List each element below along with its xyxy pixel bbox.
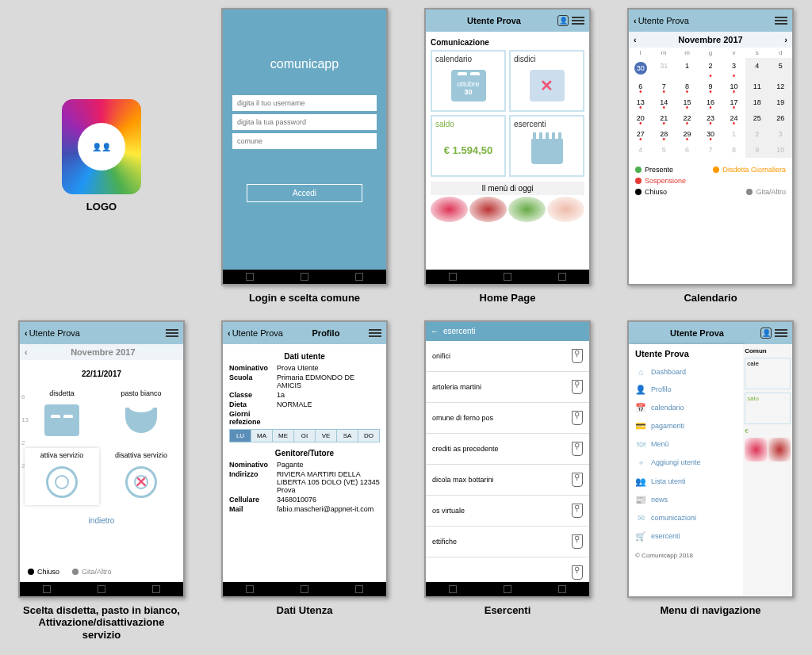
- nav-item-menù[interactable]: 🍽Menù: [635, 435, 737, 453]
- calendar-day[interactable]: 24: [722, 110, 745, 126]
- calendar-day[interactable]: 16: [699, 94, 722, 110]
- esercente-item[interactable]: artoleria martini: [426, 372, 589, 403]
- calendar-day[interactable]: 2: [699, 58, 722, 79]
- nav-item-aggiungi-utente[interactable]: ＋Aggiungi utente: [635, 453, 737, 473]
- calendar-day[interactable]: 4: [745, 58, 768, 79]
- esercente-item[interactable]: crediti as precedente: [426, 434, 589, 465]
- prev-month-button[interactable]: ‹: [25, 347, 28, 357]
- day-ve[interactable]: VE: [316, 430, 337, 442]
- menu-icon[interactable]: [369, 329, 381, 337]
- esercente-item[interactable]: onifici: [426, 341, 589, 372]
- calendar-day[interactable]: 11: [745, 79, 768, 94]
- calendar-day[interactable]: 1: [676, 58, 699, 79]
- calendar-day[interactable]: 3: [722, 58, 745, 79]
- menu-icon[interactable]: [775, 17, 787, 25]
- map-icon[interactable]: [572, 380, 583, 394]
- back-button[interactable]: Utente Prova: [25, 328, 80, 338]
- calendar-day[interactable]: 25: [745, 110, 768, 126]
- esercente-item[interactable]: os virtuale: [426, 496, 589, 527]
- tile-disdici[interactable]: disdici: [509, 50, 584, 112]
- tile-disattiva-servizio[interactable]: disattiva servizio: [104, 448, 178, 505]
- map-icon[interactable]: [572, 504, 583, 518]
- nav-item-profilo[interactable]: 👤Profilo: [635, 381, 737, 399]
- calendar-day[interactable]: 2: [745, 126, 768, 142]
- calendar-day[interactable]: 13: [629, 94, 652, 110]
- calendar-day[interactable]: 19: [769, 94, 792, 110]
- calendar-day[interactable]: 1: [722, 126, 745, 142]
- tile-saldo[interactable]: saldo € 1.594,50: [431, 115, 506, 177]
- tile-attiva-servizio[interactable]: attiva servizio: [25, 448, 99, 505]
- calendar-day[interactable]: 9: [699, 79, 722, 94]
- map-icon[interactable]: [572, 473, 583, 487]
- back-button[interactable]: Utente Prova: [228, 328, 283, 338]
- day-ma[interactable]: MA: [251, 430, 273, 442]
- prev-month-button[interactable]: ‹: [634, 35, 637, 44]
- day-me[interactable]: ME: [273, 430, 294, 442]
- calendar-grid[interactable]: lmmgvsd303112345678910111213141516171819…: [629, 48, 792, 158]
- day-sa[interactable]: SA: [337, 430, 358, 442]
- user-icon[interactable]: 👤: [760, 328, 772, 339]
- calendar-day[interactable]: 17: [722, 94, 745, 110]
- esercente-item[interactable]: dicola max bottarini: [426, 465, 589, 496]
- calendar-day[interactable]: 8: [722, 142, 745, 158]
- calendar-day[interactable]: 30: [629, 58, 652, 79]
- menu-icon[interactable]: [775, 329, 787, 337]
- menu-icon[interactable]: [572, 17, 584, 25]
- user-icon[interactable]: 👤: [557, 15, 569, 26]
- esercente-item[interactable]: omune di ferno pos: [426, 403, 589, 434]
- comune-input[interactable]: [232, 133, 377, 149]
- calendar-day[interactable]: 5: [769, 58, 792, 79]
- calendar-day[interactable]: 22: [676, 110, 699, 126]
- calendar-day[interactable]: 5: [652, 142, 675, 158]
- calendar-day[interactable]: 6: [629, 79, 652, 94]
- nav-item-esercenti[interactable]: 🛒esercenti: [635, 527, 737, 546]
- nav-item-comunicazioni[interactable]: ✉comunicazioni: [635, 509, 737, 527]
- calendar-day[interactable]: 18: [745, 94, 768, 110]
- day-lu[interactable]: LU: [230, 430, 251, 442]
- calendar-day[interactable]: 29: [676, 126, 699, 142]
- back-button[interactable]: Utente Prova: [634, 16, 689, 25]
- map-icon[interactable]: [572, 534, 583, 549]
- calendar-day[interactable]: 27: [629, 126, 652, 142]
- tile-esercenti[interactable]: esercenti: [509, 115, 584, 177]
- map-icon[interactable]: [572, 411, 583, 425]
- nav-item-pagamenti[interactable]: 💳pagamenti: [635, 417, 737, 435]
- calendar-day[interactable]: 7: [652, 79, 675, 94]
- tile-pasto-bianco[interactable]: pasto bianco: [104, 386, 178, 443]
- calendar-day[interactable]: 26: [769, 110, 792, 126]
- nav-item-news[interactable]: 📰news: [635, 491, 737, 509]
- calendar-day[interactable]: 15: [676, 94, 699, 110]
- map-icon[interactable]: [572, 349, 583, 363]
- tile-disdetta[interactable]: disdetta: [25, 386, 99, 443]
- nav-item-lista-utenti[interactable]: 👥Lista utenti: [635, 473, 737, 491]
- tile-calendario[interactable]: calendario ottobre30: [431, 50, 506, 112]
- calendar-day[interactable]: 9: [745, 142, 768, 158]
- calendar-day[interactable]: 23: [699, 110, 722, 126]
- nav-item-calendario[interactable]: 📅calendario: [635, 399, 737, 417]
- calendar-day[interactable]: 6: [676, 142, 699, 158]
- map-icon[interactable]: [572, 565, 583, 580]
- calendar-day[interactable]: 8: [676, 79, 699, 94]
- calendar-day[interactable]: 10: [722, 79, 745, 94]
- calendar-day[interactable]: 30: [699, 126, 722, 142]
- map-icon[interactable]: [572, 442, 583, 456]
- username-input[interactable]: [232, 95, 377, 111]
- calendar-day[interactable]: 21: [652, 110, 675, 126]
- day-gi[interactable]: GI: [294, 430, 316, 442]
- login-button[interactable]: Accedi: [247, 184, 362, 202]
- password-input[interactable]: [232, 114, 377, 130]
- calendar-day[interactable]: 20: [629, 110, 652, 126]
- nav-item-dashboard[interactable]: ⌂Dashboard: [635, 363, 737, 381]
- calendar-day[interactable]: 28: [652, 126, 675, 142]
- calendar-day[interactable]: 14: [652, 94, 675, 110]
- days-selector[interactable]: LUMAMEGIVESADO: [229, 429, 380, 442]
- calendar-day[interactable]: 12: [769, 79, 792, 94]
- calendar-day[interactable]: 4: [629, 142, 652, 158]
- back-link[interactable]: indietro: [25, 516, 178, 525]
- calendar-day[interactable]: 31: [652, 58, 675, 79]
- calendar-day[interactable]: 10: [769, 142, 792, 158]
- menu-icon[interactable]: [166, 329, 178, 337]
- esercente-item[interactable]: ettifiche: [426, 527, 589, 557]
- calendar-day[interactable]: 7: [699, 142, 722, 158]
- next-month-button[interactable]: ›: [784, 35, 787, 44]
